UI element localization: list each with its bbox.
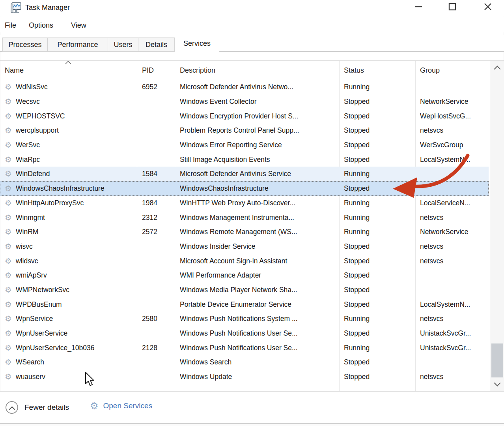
- cell-group: UnistackSvcGr...: [420, 329, 471, 338]
- service-row-wmiapsrv[interactable]: ⚙wmiApSrvWMI Performance AdapterStopped: [0, 268, 489, 283]
- cell-status: Stopped: [344, 285, 370, 294]
- cell-status: Running: [344, 83, 370, 91]
- cell-status: Stopped: [344, 112, 370, 120]
- close-button[interactable]: [477, 0, 499, 13]
- cell-name: wuauserv: [16, 373, 45, 381]
- cell-status: Stopped: [344, 373, 370, 381]
- service-row-windefend[interactable]: ⚙WinDefend1584Microsoft Defender Antivir…: [0, 167, 489, 181]
- cell-group: netsvcs: [420, 257, 443, 265]
- cell-name: WdNisSvc: [16, 83, 48, 91]
- column-header-group[interactable]: Group: [420, 66, 440, 75]
- service-row-wlidsvc[interactable]: ⚙wlidsvcMicrosoft Account Sign-in Assist…: [0, 253, 489, 268]
- service-row-wephostsvc[interactable]: ⚙WEPHOSTSVCWindows Encryption Provider H…: [0, 109, 489, 123]
- cell-pid: 6952: [142, 83, 157, 91]
- service-row-wdnissvc[interactable]: ⚙WdNisSvc6952Microsoft Defender Antiviru…: [0, 80, 489, 94]
- service-row-wercplsupport[interactable]: ⚙wercplsupportProblem Reports Control Pa…: [0, 123, 489, 138]
- maximize-button[interactable]: [441, 0, 463, 13]
- scroll-down-button[interactable]: [490, 378, 504, 390]
- cell-status: Stopped: [344, 184, 370, 193]
- fewer-details-button[interactable]: Fewer details: [6, 401, 69, 414]
- cell-status: Stopped: [344, 329, 370, 338]
- cell-name: WMPNetworkSvc: [16, 285, 69, 294]
- cell-group: UnistackSvcGr...: [420, 343, 471, 352]
- menu-item-view[interactable]: View: [71, 21, 86, 30]
- cell-description: Windows Insider Service: [180, 242, 256, 250]
- gear-icon: ⚙: [5, 344, 12, 352]
- window-bottom-strip: [0, 424, 504, 426]
- service-row-winhttpautoproxysvc[interactable]: ⚙WinHttpAutoProxySvc1984WinHTTP Web Prox…: [0, 196, 489, 210]
- gear-icon: ⚙: [5, 286, 12, 294]
- service-row-wpnuserservice[interactable]: ⚙WpnUserServiceWindows Push Notification…: [0, 326, 489, 341]
- tab-details[interactable]: Details: [138, 38, 175, 52]
- gear-icon: ⚙: [5, 257, 12, 265]
- chevron-down-icon: [494, 380, 501, 387]
- minimize-button[interactable]: [407, 0, 429, 13]
- menu-item-options[interactable]: Options: [29, 21, 53, 30]
- cell-description: Still Image Acquisition Events: [180, 155, 270, 163]
- listview-top-border: [0, 60, 504, 61]
- service-row-wpdbusenum[interactable]: ⚙WPDBusEnumPortable Device Enumerator Se…: [0, 297, 489, 312]
- cell-group: netsvcs: [420, 126, 443, 135]
- open-services-label: Open Services: [103, 402, 153, 410]
- task-manager-app-icon: [10, 2, 22, 16]
- cell-description: Windows Event Collector: [180, 98, 257, 106]
- column-header-pid[interactable]: PID: [142, 66, 154, 75]
- cell-status: Stopped: [344, 98, 370, 106]
- service-row-wisvc[interactable]: ⚙wisvcWindows Insider ServiceStoppednets…: [0, 239, 489, 254]
- open-services-link[interactable]: ⚙ Open Services: [90, 401, 152, 411]
- chevron-up-icon: [494, 66, 501, 72]
- service-row-wuauserv[interactable]: ⚙wuauservWindows UpdateStoppednetsvcs: [0, 370, 489, 384]
- tab-users[interactable]: Users: [108, 38, 138, 52]
- column-header-name[interactable]: Name: [5, 66, 24, 75]
- service-row-wsearch[interactable]: ⚙WSearchWindows SearchStopped: [0, 355, 489, 370]
- gear-icon: ⚙: [5, 271, 12, 279]
- cell-name: WinRM: [16, 228, 38, 236]
- service-row-windowschaosinfrastructure[interactable]: ⚙WindowsChaosInfrastructureWindowsChaosI…: [0, 181, 489, 196]
- service-row-wmpnetworksvc[interactable]: ⚙WMPNetworkSvcWindows Media Player Netwo…: [0, 283, 489, 297]
- window-title: Task Manager: [25, 4, 70, 12]
- cell-group: LocalSystemN...: [420, 155, 470, 163]
- gear-icon: ⚙: [5, 156, 12, 163]
- cell-description: Windows Search: [180, 358, 231, 366]
- tab-processes[interactable]: Processes: [2, 38, 47, 52]
- cell-group: netsvcs: [420, 373, 443, 381]
- cell-status: Running: [344, 199, 370, 207]
- tab-services[interactable]: Services: [175, 35, 219, 52]
- service-row-winmgmt[interactable]: ⚙Winmgmt2312Windows Management Instrumen…: [0, 210, 489, 225]
- cell-description: Windows Remote Management (WS...: [180, 228, 297, 236]
- cell-group: NetworkService: [420, 228, 469, 236]
- scroll-up-button[interactable]: [490, 62, 504, 74]
- cell-status: Running: [344, 343, 370, 352]
- vertical-scrollbar[interactable]: [490, 61, 504, 391]
- service-row-wiarpc[interactable]: ⚙WiaRpcStill Image Acquisition EventsSto…: [0, 152, 489, 167]
- cell-status: Running: [344, 213, 370, 221]
- menu-item-file[interactable]: File: [5, 21, 16, 30]
- cell-description: WindowsChaosInfrastructure: [180, 184, 269, 193]
- cell-name: WindowsChaosInfrastructure: [16, 184, 105, 193]
- cell-status: Stopped: [344, 358, 370, 366]
- scrollbar-thumb[interactable]: [491, 343, 503, 377]
- column-header-status[interactable]: Status: [344, 66, 364, 75]
- services-gear-icon: ⚙: [90, 401, 99, 411]
- gear-icon: ⚙: [5, 199, 12, 207]
- column-header-description[interactable]: Description: [180, 66, 215, 75]
- service-row-wersvc[interactable]: ⚙WerSvcWindows Error Reporting ServiceSt…: [0, 138, 489, 152]
- tab-performance[interactable]: Performance: [47, 38, 108, 52]
- service-row-winrm[interactable]: ⚙WinRM2572Windows Remote Management (WS.…: [0, 225, 489, 239]
- footer-divider: [83, 400, 83, 415]
- cell-description: Windows Push Notifications User Se...: [180, 329, 298, 338]
- gear-icon: ⚙: [5, 184, 12, 192]
- cell-description: Microsoft Account Sign-in Assistant: [180, 257, 287, 265]
- cell-name: wercplsupport: [16, 126, 59, 135]
- cell-pid: 1984: [142, 199, 157, 207]
- cell-description: Windows Encryption Provider Host S...: [180, 112, 299, 120]
- cell-status: Stopped: [344, 141, 370, 149]
- cell-group: NetworkService: [420, 98, 469, 106]
- gear-icon: ⚙: [5, 83, 12, 91]
- service-row-wpnservice[interactable]: ⚙WpnService2580Windows Push Notification…: [0, 312, 489, 326]
- service-row-wecsvc[interactable]: ⚙WecsvcWindows Event CollectorStoppedNet…: [0, 94, 489, 109]
- gear-icon: ⚙: [5, 228, 12, 236]
- service-rows: ⚙WdNisSvc6952Microsoft Defender Antiviru…: [0, 80, 489, 384]
- cell-status: Stopped: [344, 155, 370, 163]
- service-row-wpnuserservice_10b036[interactable]: ⚙WpnUserService_10b0362128Windows Push N…: [0, 340, 489, 355]
